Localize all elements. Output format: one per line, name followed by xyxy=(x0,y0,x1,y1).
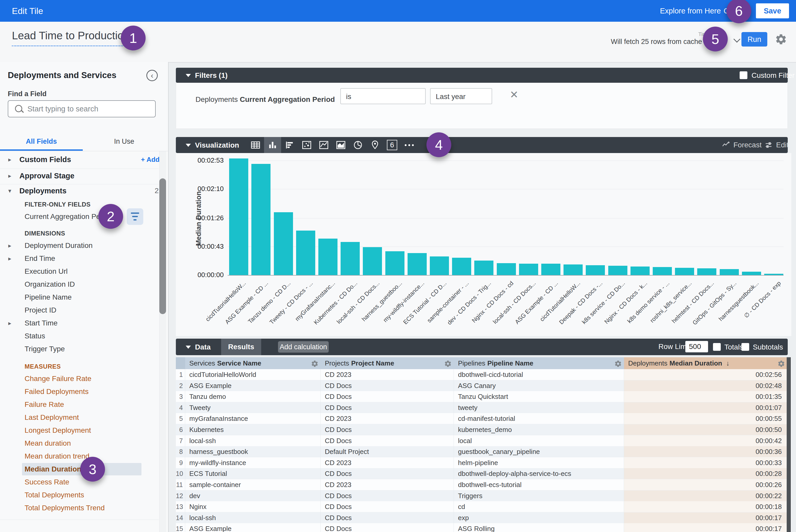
run-button[interactable]: Run xyxy=(741,32,767,46)
add-custom-field-link[interactable]: + Add xyxy=(141,153,160,166)
dimension-project-id[interactable]: Project ID xyxy=(0,304,159,317)
chart-bar[interactable] xyxy=(630,267,650,275)
measure-mean-duration-trend[interactable]: Mean duration trend xyxy=(0,450,159,463)
group-approval-stage[interactable]: ▸Approval Stage xyxy=(0,169,159,182)
sidebar-scrollbar-thumb[interactable] xyxy=(159,178,166,314)
filter-field-button[interactable] xyxy=(127,208,143,225)
measure-median-duration[interactable]: Median Duration xyxy=(0,463,159,476)
measure-total-deployments-trend[interactable]: Total Deployments Trend xyxy=(0,501,159,514)
measure-change-failure-rate[interactable]: Change Failure Rate xyxy=(0,372,159,385)
chart-bar[interactable] xyxy=(764,274,783,275)
dimension-start-time[interactable]: ▸Start Time xyxy=(0,317,159,329)
forecast-button[interactable]: Forecast xyxy=(722,137,762,153)
chart-bar[interactable] xyxy=(408,253,427,275)
column-gear-icon[interactable] xyxy=(311,359,319,367)
column-gear-icon[interactable] xyxy=(777,359,785,367)
column-header-project-name[interactable]: ProjectsProject Name xyxy=(321,357,454,369)
measure-last-deployment[interactable]: Last Deployment xyxy=(0,411,159,424)
remove-filter-icon[interactable]: ✕ xyxy=(510,89,519,100)
dimension-organization-id[interactable]: Organization ID xyxy=(0,278,159,291)
horizontal-bar-viz-icon[interactable] xyxy=(281,137,298,153)
caret-right-icon[interactable]: ▸ xyxy=(8,169,12,182)
custom-filter-checkbox[interactable] xyxy=(740,71,747,79)
map-pin-viz-icon[interactable] xyxy=(367,137,384,153)
add-calculation-button[interactable]: Add calculation xyxy=(278,341,329,353)
caret-right-icon[interactable]: ▸ xyxy=(8,153,12,166)
chart-bar[interactable] xyxy=(363,247,382,275)
tile-title-input[interactable]: Lead Time to Production xyxy=(12,30,130,46)
measure-total-deployments[interactable]: Total Deployments xyxy=(0,489,159,501)
chart-bar[interactable] xyxy=(430,256,449,275)
visualization-collapse-caret-icon[interactable] xyxy=(186,144,191,147)
caret-right-icon[interactable]: ▸ xyxy=(8,252,12,265)
chart-bar[interactable] xyxy=(296,231,315,275)
row-limit-input[interactable] xyxy=(685,341,708,352)
chart-bar[interactable] xyxy=(586,265,605,275)
line-chart-viz-icon[interactable] xyxy=(315,137,332,153)
scatter-plot-viz-icon[interactable] xyxy=(298,137,315,153)
caret-right-icon[interactable]: ▸ xyxy=(8,239,12,252)
column-header-service-name[interactable]: ServicesService Name xyxy=(185,357,321,369)
chart-bar[interactable] xyxy=(608,266,627,275)
area-chart-viz-icon[interactable] xyxy=(332,137,349,153)
dimension-pipeline-name[interactable]: Pipeline Name xyxy=(0,291,159,304)
edit-viz-button[interactable]: Edit xyxy=(764,137,789,153)
chart-bar[interactable] xyxy=(720,269,739,275)
caret-down-icon[interactable]: ▾ xyxy=(8,184,12,197)
table-viz-icon[interactable] xyxy=(247,137,264,153)
chart-bar[interactable] xyxy=(497,263,516,275)
chart-bar[interactable] xyxy=(452,258,471,275)
chart-bar[interactable] xyxy=(474,261,494,275)
field-current-aggregation-period[interactable]: Current Aggregation Period xyxy=(0,210,159,223)
settings-gear-icon[interactable] xyxy=(775,33,787,45)
collapse-panel-icon[interactable]: ‹ xyxy=(146,70,158,81)
filters-collapse-caret-icon[interactable] xyxy=(186,74,191,77)
subtotals-checkbox[interactable] xyxy=(741,343,749,351)
pie-chart-viz-icon[interactable] xyxy=(349,137,367,153)
caret-right-icon[interactable]: ▸ xyxy=(8,317,12,329)
chart-bar[interactable] xyxy=(675,268,694,275)
chart-bar[interactable] xyxy=(742,272,761,275)
totals-checkbox[interactable] xyxy=(713,343,721,351)
chart-bar[interactable] xyxy=(541,264,560,275)
chart-bar[interactable] xyxy=(519,264,538,275)
filter-operator-select[interactable]: is xyxy=(340,88,426,104)
measure-failure-rate[interactable]: Failure Rate xyxy=(0,398,159,411)
column-header-pipeline-name[interactable]: PipelinesPipeline Name xyxy=(454,357,624,369)
chart-bar[interactable] xyxy=(252,164,271,275)
dimension-trigger-type[interactable]: Trigger Type xyxy=(0,343,159,356)
group-custom-fields[interactable]: ▸Custom Fields+ Add xyxy=(0,153,159,166)
explore-from-here-link[interactable]: Explore from Here xyxy=(660,7,721,15)
group-deployments[interactable]: ▾Deployments2 xyxy=(0,184,159,197)
tab-all-fields[interactable]: All Fields xyxy=(0,137,83,146)
chart-bar[interactable] xyxy=(385,251,405,275)
more-viz-options-icon[interactable] xyxy=(401,137,418,153)
filter-value-select[interactable]: Last year xyxy=(430,88,492,104)
measure-success-rate[interactable]: Success Rate xyxy=(0,476,159,489)
chart-bar[interactable] xyxy=(318,239,337,275)
tab-in-use[interactable]: In Use xyxy=(83,137,166,146)
timezone-chevron-down-icon[interactable] xyxy=(734,36,740,43)
field-search-box[interactable] xyxy=(8,100,156,117)
chart-bar[interactable] xyxy=(697,268,716,275)
dimension-status[interactable]: Status xyxy=(0,329,159,343)
sort-arrow-icon[interactable]: ↓ xyxy=(726,359,729,367)
results-tab[interactable]: Results xyxy=(221,339,261,355)
chart-bar[interactable] xyxy=(563,264,582,275)
dimension-deployment-duration[interactable]: ▸Deployment Duration xyxy=(0,239,159,252)
measure-failed-deployments[interactable]: Failed Deployments xyxy=(0,385,159,398)
single-value-viz-icon[interactable]: 6 xyxy=(384,137,401,153)
column-header-median-duration[interactable]: DeploymentsMedian Duration ↓ xyxy=(624,357,787,369)
column-gear-icon[interactable] xyxy=(614,359,622,367)
table-scrollbar-thumb[interactable] xyxy=(787,357,791,532)
dimension-execution-url[interactable]: Execution Url xyxy=(0,265,159,278)
measure-mean-duration[interactable]: Mean duration xyxy=(0,437,159,450)
dimension-end-time[interactable]: ▸End Time xyxy=(0,252,159,265)
data-collapse-caret-icon[interactable] xyxy=(186,346,191,349)
measure-longest-deployment[interactable]: Longest Deployment xyxy=(0,424,159,437)
search-input[interactable] xyxy=(27,102,152,116)
bar-chart-viz-icon[interactable] xyxy=(264,137,281,153)
chart-bar[interactable] xyxy=(340,242,360,275)
save-button[interactable]: Save xyxy=(756,3,789,18)
chart-bar[interactable] xyxy=(229,158,248,275)
